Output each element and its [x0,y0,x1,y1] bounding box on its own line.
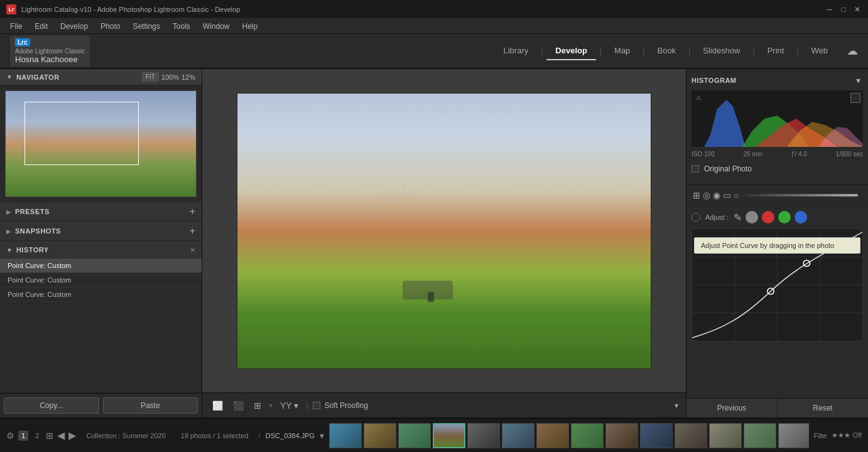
point-curve-toggle[interactable] [692,213,700,222]
adjust-blue-icon[interactable] [795,211,807,223]
soft-proofing-checkbox[interactable] [313,402,320,409]
paste-button[interactable]: Paste [103,397,198,414]
redeye-icon[interactable]: ◉ [712,189,722,202]
adjust-red-icon[interactable] [762,211,774,223]
tab-library[interactable]: Library [494,42,537,60]
adjust-label: Adjust : [705,213,729,221]
reset-button[interactable]: Reset [778,399,868,417]
filmstrip-photos [329,423,809,448]
history-item[interactable]: Point Curve: Custom [0,273,202,288]
channel-selector[interactable]: YY ▾ [278,399,301,412]
toolbar-dropdown-arrow[interactable]: ▾ [675,401,678,410]
filmstrip-thumb[interactable] [744,423,776,448]
navigator-header[interactable]: ▼ NAVIGATOR FIT 100% 12% [0,69,202,85]
menu-window[interactable]: Window [198,21,235,32]
snapshots-header[interactable]: ▶ Snapshots + [0,222,202,240]
original-photo-checkbox[interactable] [692,165,699,173]
histogram-expand-icon[interactable]: ▾ [854,74,863,87]
navigator-title: NAVIGATOR [16,73,60,81]
filmstrip-thumb[interactable] [398,423,431,448]
nav-crop-box [24,102,139,165]
tab-print[interactable]: Print [759,42,793,60]
original-photo-label: Original Photo [704,164,752,173]
curve-tooltip: Adjust Point Curve by dragging in the ph… [694,237,860,254]
original-photo-row: Original Photo [692,161,863,176]
snapshots-triangle: ▶ [6,228,11,235]
photo-area: RRCG [202,69,686,392]
filmstrip-thumb[interactable] [364,423,396,448]
radial-icon[interactable]: ○ [732,189,740,202]
menu-file[interactable]: File [5,21,27,32]
filmstrip-thumb[interactable] [605,423,638,448]
filmstrip-thumb[interactable] [536,423,569,448]
adjust-gray-icon[interactable] [746,211,758,223]
adjustment-slider[interactable] [745,194,858,196]
collection-label: Collection : Summer 2020 [86,432,166,439]
menu-tools[interactable]: Tools [168,21,195,32]
filmstrip-thumb[interactable] [778,423,809,448]
adjust-all-icon[interactable]: ✎ [734,212,742,223]
filmstrip-grid-icon[interactable]: ⚙ [6,431,14,441]
filmstrip-thumb[interactable] [675,423,707,448]
soft-proofing-toggle[interactable]: Soft Proofing [313,401,367,410]
exif-focal: 26 mm [743,151,762,158]
snapshots-panel: ▶ Snapshots + [0,222,202,241]
navigator-triangle: ▼ [6,73,13,80]
menubar: File Edit Develop Photo Settings Tools W… [0,19,868,34]
history-item[interactable]: Point Curve: Custom [0,288,202,302]
view-single-icon[interactable]: ⬜ [210,399,225,412]
presets-add-icon[interactable]: + [190,206,195,217]
minimize-btn[interactable]: ─ [825,5,834,14]
nav-tabs: Library | Develop | Map | Book | Slidesh… [494,42,858,60]
view-compare-icon[interactable]: ⬛ [231,399,246,412]
filmstrip-thumb[interactable] [329,423,362,448]
view-grid-icon[interactable]: ⊞ [251,399,264,412]
tab-develop[interactable]: Develop [546,42,596,60]
filmstrip-thumb[interactable] [433,423,465,448]
history-header[interactable]: ▼ History × [0,241,202,259]
copy-button[interactable]: Copy... [4,397,99,414]
histogram-canvas: ⚠ [692,90,863,147]
presets-title: Presets [15,208,50,215]
filmstrip-next-icon[interactable]: ▶ [68,429,76,441]
filmstrip-view-icon[interactable]: ⊞ [46,431,53,441]
filmstrip-thumb[interactable] [502,423,534,448]
copy-paste-toolbar: Copy... Paste [0,393,202,417]
presets-header[interactable]: ▶ Presets + [0,202,202,221]
history-item[interactable]: Point Curve: Custom [0,259,202,273]
exif-aperture: ƒ/ 4.0 [791,151,807,158]
tab-web[interactable]: Web [803,42,837,60]
histogram-settings-icon[interactable] [850,93,860,103]
menu-develop[interactable]: Develop [55,21,93,32]
filmstrip-prev-icon[interactable]: ◀ [57,429,65,441]
filmstrip-thumb[interactable] [709,423,742,448]
heal-icon[interactable]: ◎ [702,189,712,202]
menu-help[interactable]: Help [237,21,263,32]
window-controls[interactable]: ─ □ ✕ [825,5,862,14]
filename-dropdown-icon[interactable]: ▾ [320,431,324,441]
filmstrip-page2[interactable]: 2 [32,431,42,441]
menu-settings[interactable]: Settings [127,21,165,32]
menu-edit[interactable]: Edit [30,21,53,32]
adjust-green-icon[interactable] [778,211,791,223]
tab-slideshow[interactable]: Slideshow [694,42,749,60]
tab-map[interactable]: Map [605,42,639,60]
fit-button[interactable]: FIT [142,72,159,82]
maximize-btn[interactable]: □ [839,5,848,14]
current-photo-name: DSC_0384.JPG [266,432,315,439]
histogram-alert-icon[interactable]: ⚠ [694,93,703,102]
cloud-sync-icon[interactable]: ☁ [847,44,858,58]
close-btn[interactable]: ✕ [853,5,862,14]
snapshots-add-icon[interactable]: + [190,225,195,237]
filmstrip-page1[interactable]: 1 [18,431,28,441]
previous-button[interactable]: Previous [686,399,778,417]
filmstrip-thumb[interactable] [571,423,604,448]
filter-stars[interactable]: ★★★ Off [832,431,862,439]
history-close-icon[interactable]: × [190,245,195,255]
filmstrip-thumb[interactable] [640,423,673,448]
tab-book[interactable]: Book [648,42,685,60]
filmstrip-thumb[interactable] [467,423,500,448]
graduated-icon[interactable]: ▭ [722,189,732,202]
menu-photo[interactable]: Photo [95,21,125,32]
crop-icon[interactable]: ⊞ [692,189,702,202]
